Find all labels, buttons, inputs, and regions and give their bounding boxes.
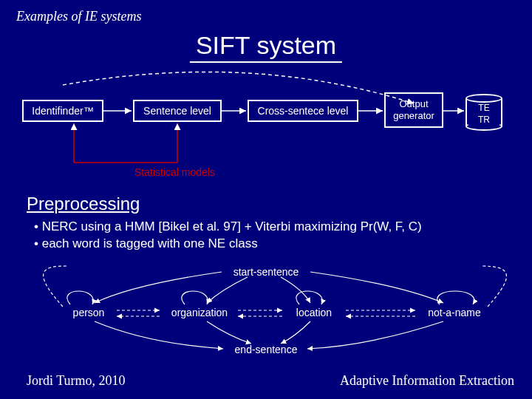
box-output-generator: Output generator bbox=[384, 92, 443, 128]
footer-course: Adaptive Information Extraction bbox=[340, 373, 514, 389]
bullet-1: • NERC using a HMM [Bikel et al. 97] + V… bbox=[34, 219, 422, 236]
db-line2: TR bbox=[478, 115, 490, 125]
hmm-start: start-sentence bbox=[222, 266, 310, 278]
hmm-diagram: start-sentence person organization locat… bbox=[0, 259, 532, 369]
footer-author: Jordi Turmo, 2010 bbox=[27, 373, 126, 389]
hmm-not-a-name: not-a-name bbox=[417, 307, 491, 318]
hmm-organization: organization bbox=[163, 307, 236, 318]
pipeline-diagram: Identifinder™ Sentence level Cross-sente… bbox=[0, 100, 532, 174]
statistical-models-label: Statistical models bbox=[134, 166, 215, 178]
box-sentence-level: Sentence level bbox=[133, 100, 222, 122]
hmm-person: person bbox=[63, 307, 115, 318]
bullet-2: • each word is tagged with one NE class bbox=[34, 236, 422, 253]
bullet-list: • NERC using a HMM [Bikel et al. 97] + V… bbox=[34, 219, 422, 253]
hmm-end: end-sentence bbox=[225, 344, 307, 355]
pipeline-arrows bbox=[0, 70, 532, 174]
db-line1: TE bbox=[478, 103, 489, 113]
box-cross-sentence-level: Cross-sentece level bbox=[248, 100, 358, 122]
slide-title: SIFT system bbox=[190, 31, 342, 63]
preprocessing-heading: Preprocessing bbox=[27, 194, 140, 214]
section-header: Examples of IE systems bbox=[16, 9, 141, 24]
box-identifinder: Identifinder™ bbox=[22, 100, 103, 122]
hmm-location: location bbox=[284, 307, 344, 318]
db-cylinder: TE TR bbox=[466, 94, 502, 131]
